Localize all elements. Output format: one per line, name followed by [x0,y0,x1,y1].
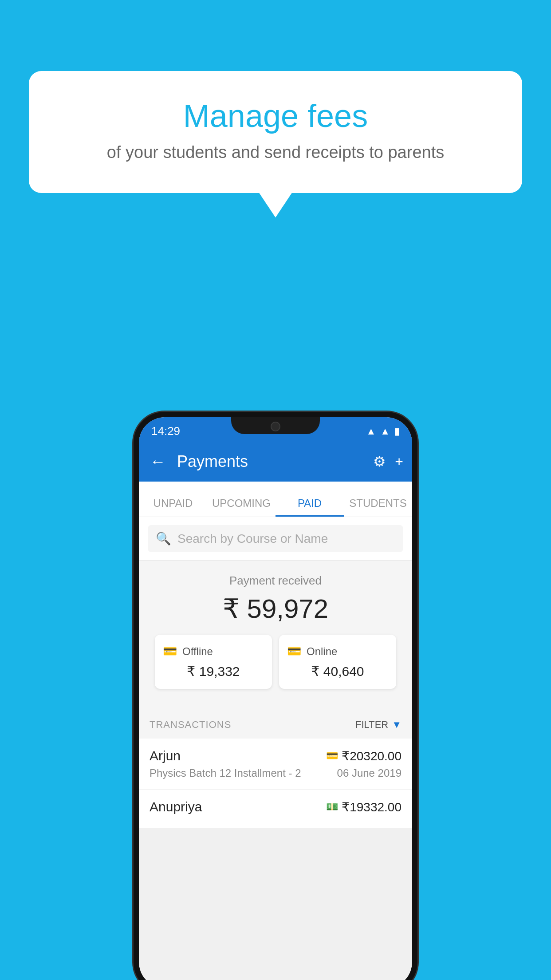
signal-icon: ▲ [380,426,390,437]
transaction-list: Arjun 💳 ₹20320.00 Physics Batch 12 Insta… [139,739,412,828]
battery-icon: ▮ [394,426,400,437]
tab-unpaid[interactable]: UNPAID [139,497,207,517]
transaction-name: Anupriya [150,799,202,814]
transaction-amount: 💳 ₹20320.00 [326,749,401,763]
tab-upcoming[interactable]: UPCOMING [207,497,276,517]
transactions-header: TRANSACTIONS FILTER ▼ [139,711,412,739]
transaction-amount: 💵 ₹19332.00 [326,800,401,814]
payment-cards: 💳 Offline ₹ 19,332 💳 Online ₹ 40,640 [148,635,403,698]
filter-label: FILTER [355,719,388,731]
status-icons: ▲ ▲ ▮ [366,426,400,437]
transaction-date: 06 June 2019 [337,767,401,779]
add-icon[interactable]: + [395,454,403,470]
gear-icon[interactable]: ⚙ [373,453,386,470]
transaction-bottom-row: Physics Batch 12 Installment - 2 06 June… [150,767,401,779]
cash-icon: 💳 [163,644,177,658]
phone-camera [271,422,280,431]
payment-received-label: Payment received [148,574,403,588]
amount-value: ₹19332.00 [342,800,401,814]
table-row[interactable]: Arjun 💳 ₹20320.00 Physics Batch 12 Insta… [139,739,412,790]
phone-frame: 14:29 ▲ ▲ ▮ ← Payments ⚙ + UNPAID UPCOMI… [134,412,417,980]
transaction-name: Arjun [150,748,181,763]
amount-value: ₹20320.00 [342,749,401,763]
phone-screen: 14:29 ▲ ▲ ▮ ← Payments ⚙ + UNPAID UPCOMI… [139,417,412,980]
transaction-top-row: Anupriya 💵 ₹19332.00 [150,799,401,814]
tab-students[interactable]: STUDENTS [344,497,412,517]
search-container: 🔍 Search by Course or Name [139,517,412,561]
search-bar[interactable]: 🔍 Search by Course or Name [148,525,403,552]
back-button[interactable]: ← [148,450,168,473]
online-card-header: 💳 Online [287,644,388,658]
tab-paid[interactable]: PAID [276,497,344,517]
payment-total-amount: ₹ 59,972 [148,593,403,624]
bubble-title: Manage fees [51,98,500,134]
phone-volume-button [134,506,136,550]
payment-summary: Payment received ₹ 59,972 💳 Offline ₹ 19… [139,561,412,711]
transactions-label: TRANSACTIONS [150,719,231,731]
wifi-icon: ▲ [366,426,376,437]
transaction-top-row: Arjun 💳 ₹20320.00 [150,748,401,763]
page-title: Payments [177,452,364,471]
speech-bubble: Manage fees of your students and send re… [29,71,522,193]
offline-payment-card: 💳 Offline ₹ 19,332 [155,635,272,689]
status-time: 14:29 [151,424,180,438]
phone-notch [231,417,320,434]
search-icon: 🔍 [156,531,171,546]
online-label: Online [307,645,337,658]
bubble-subtitle: of your students and send receipts to pa… [51,143,500,162]
cash-payment-icon: 💵 [326,801,338,813]
transaction-description: Physics Batch 12 Installment - 2 [150,767,301,779]
card-icon: 💳 [287,644,301,658]
phone-power-button [415,528,417,564]
table-row[interactable]: Anupriya 💵 ₹19332.00 [139,790,412,828]
tabs-bar: UNPAID UPCOMING PAID STUDENTS [139,482,412,517]
offline-card-header: 💳 Offline [163,644,264,658]
search-input[interactable]: Search by Course or Name [177,532,328,546]
offline-label: Offline [182,645,213,658]
card-payment-icon: 💳 [326,750,338,762]
filter-icon: ▼ [392,719,401,731]
online-payment-card: 💳 Online ₹ 40,640 [279,635,396,689]
filter-button[interactable]: FILTER ▼ [355,719,401,731]
header-icons: ⚙ + [373,453,403,470]
app-header: ← Payments ⚙ + [139,442,412,482]
online-amount: ₹ 40,640 [287,664,388,679]
offline-amount: ₹ 19,332 [163,664,264,679]
